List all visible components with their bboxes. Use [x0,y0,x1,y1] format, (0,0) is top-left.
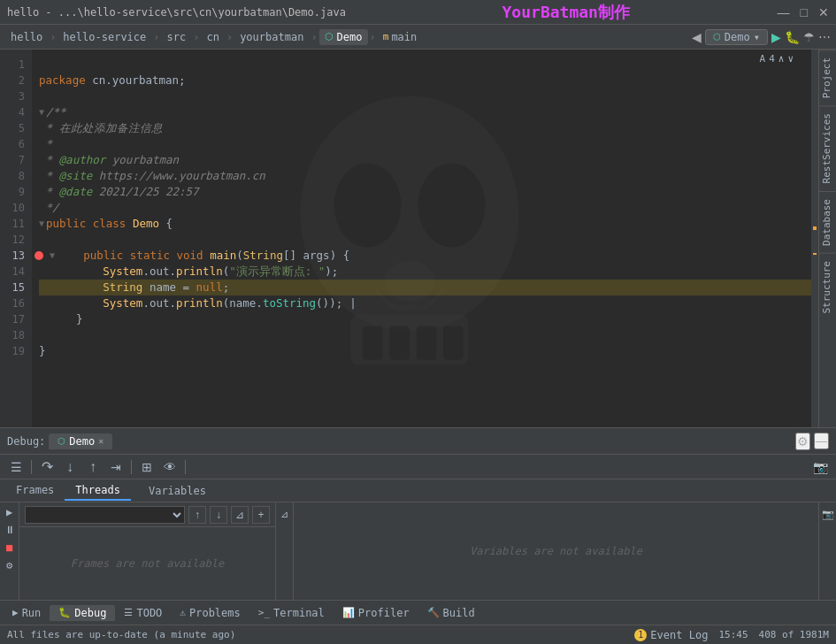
code-line-2: package cn.yourbatman; [39,73,811,88]
debug-subtabs: Frames Threads Variables [0,479,836,502]
nav-cn[interactable]: cn [201,29,224,45]
title-text: hello - ...\hello-service\src\cn\yourbat… [7,6,346,19]
variables-empty-message: Variables are not available [470,545,642,557]
expand-icon-11[interactable]: ▼ [39,216,44,232]
bottom-tab-terminal[interactable]: >_ Terminal [249,605,334,621]
code-line-16: System.out.println(name.toString()); | [39,295,811,311]
nav-src[interactable]: src [162,29,192,45]
nav-main[interactable]: m main [378,29,423,45]
debug-watch[interactable]: 👁 [159,457,180,477]
bottom-tab-build[interactable]: 🔨 Build [418,605,484,621]
panel-expand-up[interactable]: ⊿ [277,506,293,522]
debug-tab-icon: ⬡ [58,436,65,446]
bottom-tab-todo[interactable]: ☰ TODO [115,605,171,621]
sidebar-tab-rest[interactable]: RestServices [819,105,836,190]
event-log-label: Event Log [650,629,708,641]
problems-label: Problems [189,607,241,619]
bottom-tab-problems[interactable]: ⚠ Problems [171,605,249,621]
debug-right-panel: 📷 [818,502,836,600]
bottom-tab-profiler[interactable]: 📊 Profiler [334,605,418,621]
bottom-tab-run[interactable]: ▶ Run [4,605,50,621]
bottom-tab-debug[interactable]: 🐛 Debug [50,605,115,621]
debug-settings-mini[interactable]: ⚙ [2,557,18,573]
event-log[interactable]: 1 Event Log [634,629,708,641]
coverage-button[interactable]: ☂ [803,30,815,44]
sidebar-tab-database[interactable]: Database [819,191,836,253]
close-button[interactable]: ✕ [818,5,829,19]
status-memory[interactable]: 408 of 1981M [759,629,829,640]
nav-main-label: main [391,31,417,43]
debug-stop-btn[interactable]: ■ [2,540,18,556]
debug-pause-btn[interactable]: ⏸ [2,522,18,538]
code-line-4: ▼ /** [39,104,811,120]
code-lines[interactable]: package cn.yourbatman; ▼ /** * 在此处添加备注信息… [32,50,811,427]
debug-subtab-frames[interactable]: Frames [5,481,65,501]
debug-header: Debug: ⬡ Demo ✕ ⚙ — [0,428,836,455]
run-config[interactable]: ⬡ Demo ▾ [705,29,768,45]
variables-panel: Variables are not available [294,502,818,600]
debug-active-tab[interactable]: ⬡ Demo ✕ [49,433,112,449]
debug-content: ▶ ⏸ ■ ⚙ ↑ ↓ ⊿ + Frames are not available… [0,502,836,600]
frames-thread-select[interactable] [25,506,185,524]
code-line-14: System.out.println("演示异常断点: "); [39,264,811,280]
code-line-18 [39,327,811,343]
terminal-label: Terminal [273,607,325,619]
editor-scrollbar[interactable] [811,50,818,427]
method-icon: m [383,31,389,42]
title-bar: hello - ...\hello-service\src\cn\yourbat… [0,0,836,25]
debug-step-out[interactable]: ↑ [82,457,104,477]
run-config-dropdown-icon: ▾ [754,31,760,43]
run-button[interactable]: ▶ [771,30,781,44]
code-container[interactable]: 1 2 3 4 5 6 7 8 9 10 11 12 13 14 15 16 1… [0,50,818,427]
profiler-label: Profiler [358,607,410,619]
breakpoint-13[interactable] [32,251,46,260]
frames-add-button[interactable]: + [252,506,270,524]
build-label: Build [443,607,475,619]
nav-yourbatman[interactable]: yourbatman [234,29,309,45]
code-line-11: ▼ public class Demo { [39,216,811,232]
todo-label: TODO [136,607,162,619]
expand-icon-13[interactable]: ▼ [50,248,55,264]
nav-hello[interactable]: hello [5,29,48,45]
frames-down-button[interactable]: ↓ [210,506,227,524]
maximize-button[interactable]: □ [801,5,808,19]
nav-hello-service[interactable]: hello-service [58,29,151,45]
line-num-7: 7 [5,152,25,168]
expand-icon-4[interactable]: ▼ [39,104,44,120]
debug-camera[interactable]: 📷 [809,457,831,477]
build-icon: 🔨 [427,607,440,618]
cameras-icon[interactable]: 📷 [820,506,836,522]
more-run-options[interactable]: ⋯ [818,30,831,44]
line-num-8: 8 [5,168,25,184]
sidebar-tab-structure[interactable]: Structure [819,253,836,321]
frames-panel: ↑ ↓ ⊿ + Frames are not available [19,502,276,600]
status-bar: All files are up-to-date (a minute ago) … [0,625,836,644]
debug-resume-btn[interactable]: ▶ [2,504,18,520]
line-num-17: 17 [5,311,25,327]
minimize-button[interactable]: — [778,5,790,19]
debug-button[interactable]: 🐛 [785,30,800,44]
debug-panel: Debug: ⬡ Demo ✕ ⚙ — ☰ ↷ ↓ ↑ ⇥ ⊞ 👁 📷 Fram… [0,427,836,600]
debug-subtab-threads[interactable]: Threads [65,481,131,501]
debug-settings-button[interactable]: ⚙ [795,433,810,450]
debug-step-over[interactable]: ↷ [36,457,58,477]
code-line-9: * @date 2021/1/25 22:57 [39,184,811,200]
debug-restore-layout[interactable]: ☰ [5,457,27,477]
frames-filter-button[interactable]: ⊿ [231,506,249,524]
debug-evaluate[interactable]: ⊞ [136,457,157,477]
problems-icon: ⚠ [180,607,186,618]
frames-up-button[interactable]: ↑ [188,506,206,524]
sidebar-tab-project[interactable]: Project [819,50,836,105]
debug-step-into[interactable]: ↓ [59,457,81,477]
terminal-icon: >_ [258,607,270,618]
line-num-13: 13 [5,248,25,264]
back-button[interactable]: ◀ [692,30,702,44]
line-num-16: 16 [5,295,25,311]
line-num-18: 18 [5,327,25,343]
debug-tab-close[interactable]: ✕ [98,436,104,446]
debug-run-to-cursor[interactable]: ⇥ [105,457,127,477]
nav-demo-file[interactable]: ⬡ Demo [319,29,368,45]
line-num-11: 11 [5,216,25,232]
debug-minimize-button[interactable]: — [814,433,829,449]
status-right: 1 Event Log 15:45 408 of 1981M [634,629,829,641]
